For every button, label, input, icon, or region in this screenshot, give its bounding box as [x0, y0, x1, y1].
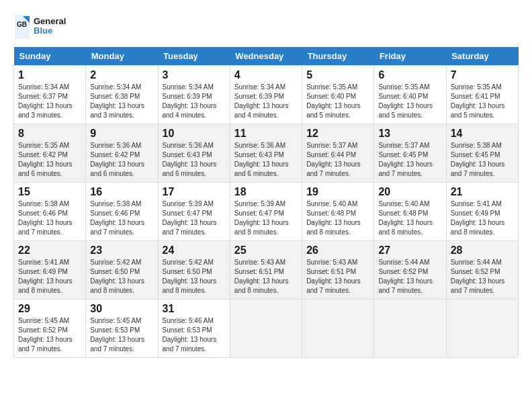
day-number: 10 — [163, 128, 226, 140]
calendar-table: SundayMondayTuesdayWednesdayThursdayFrid… — [13, 47, 519, 358]
day-info: Sunrise: 5:34 AMSunset: 6:39 PMDaylight:… — [163, 83, 226, 120]
day-cell: 18Sunrise: 5:39 AMSunset: 6:47 PMDayligh… — [230, 183, 302, 241]
day-info: Sunrise: 5:43 AMSunset: 6:51 PMDaylight:… — [306, 258, 369, 295]
day-cell: 29Sunrise: 5:45 AMSunset: 6:52 PMDayligh… — [14, 300, 86, 358]
day-number: 7 — [451, 69, 514, 81]
header-thursday: Thursday — [302, 47, 374, 66]
day-cell: 4Sunrise: 5:34 AMSunset: 6:39 PMDaylight… — [230, 66, 302, 124]
day-cell: 15Sunrise: 5:38 AMSunset: 6:46 PMDayligh… — [14, 183, 86, 241]
day-number: 9 — [90, 128, 153, 140]
day-number: 20 — [378, 186, 441, 198]
day-info: Sunrise: 5:43 AMSunset: 6:51 PMDaylight:… — [234, 258, 298, 295]
day-cell — [302, 300, 374, 358]
day-number: 5 — [306, 69, 369, 81]
day-info: Sunrise: 5:44 AMSunset: 6:52 PMDaylight:… — [451, 258, 514, 295]
day-number: 15 — [18, 186, 81, 198]
week-row-3: 15Sunrise: 5:38 AMSunset: 6:46 PMDayligh… — [14, 183, 519, 241]
svg-text:Blue: Blue — [34, 26, 52, 36]
day-cell — [446, 300, 518, 358]
day-number: 27 — [378, 244, 441, 257]
header-wednesday: Wednesday — [230, 47, 302, 66]
day-info: Sunrise: 5:40 AMSunset: 6:48 PMDaylight:… — [306, 199, 369, 237]
day-number: 17 — [163, 186, 226, 198]
page-header: General Blue GB — [13, 13, 519, 40]
day-info: Sunrise: 5:34 AMSunset: 6:37 PMDaylight:… — [18, 83, 81, 120]
day-info: Sunrise: 5:39 AMSunset: 6:47 PMDaylight:… — [234, 199, 298, 237]
day-cell — [374, 300, 446, 358]
day-info: Sunrise: 5:36 AMSunset: 6:43 PMDaylight:… — [163, 141, 226, 179]
day-info: Sunrise: 5:38 AMSunset: 6:45 PMDaylight:… — [451, 141, 514, 179]
logo: General Blue GB — [13, 13, 67, 40]
day-number: 16 — [90, 186, 153, 198]
day-cell: 23Sunrise: 5:42 AMSunset: 6:50 PMDayligh… — [86, 241, 158, 300]
day-number: 14 — [451, 128, 514, 140]
day-info: Sunrise: 5:41 AMSunset: 6:49 PMDaylight:… — [451, 199, 514, 237]
day-cell: 21Sunrise: 5:41 AMSunset: 6:49 PMDayligh… — [446, 183, 518, 241]
day-cell: 3Sunrise: 5:34 AMSunset: 6:39 PMDaylight… — [158, 66, 230, 124]
day-number: 2 — [90, 69, 153, 81]
day-cell: 7Sunrise: 5:35 AMSunset: 6:41 PMDaylight… — [446, 66, 518, 124]
day-number: 4 — [234, 69, 298, 81]
day-cell: 20Sunrise: 5:40 AMSunset: 6:48 PMDayligh… — [374, 183, 446, 241]
day-info: Sunrise: 5:42 AMSunset: 6:50 PMDaylight:… — [90, 258, 153, 295]
day-cell: 1Sunrise: 5:34 AMSunset: 6:37 PMDaylight… — [14, 66, 86, 124]
day-cell: 9Sunrise: 5:36 AMSunset: 6:42 PMDaylight… — [86, 124, 158, 183]
day-info: Sunrise: 5:36 AMSunset: 6:42 PMDaylight:… — [90, 141, 153, 179]
day-cell: 17Sunrise: 5:39 AMSunset: 6:47 PMDayligh… — [158, 183, 230, 241]
svg-text:GB: GB — [17, 21, 27, 28]
day-number: 26 — [306, 244, 369, 257]
header-tuesday: Tuesday — [158, 47, 230, 66]
week-row-5: 29Sunrise: 5:45 AMSunset: 6:52 PMDayligh… — [14, 300, 519, 358]
svg-text:General: General — [34, 16, 66, 26]
day-info: Sunrise: 5:35 AMSunset: 6:40 PMDaylight:… — [378, 83, 441, 120]
day-number: 8 — [18, 128, 81, 140]
day-cell: 13Sunrise: 5:37 AMSunset: 6:45 PMDayligh… — [374, 124, 446, 183]
day-cell: 25Sunrise: 5:43 AMSunset: 6:51 PMDayligh… — [230, 241, 302, 300]
day-number: 11 — [234, 128, 298, 140]
day-number: 18 — [234, 186, 298, 198]
logo-svg: General Blue GB — [13, 13, 67, 40]
day-number: 3 — [163, 69, 226, 81]
day-info: Sunrise: 5:34 AMSunset: 6:38 PMDaylight:… — [90, 83, 153, 120]
day-number: 19 — [306, 186, 369, 198]
day-cell: 2Sunrise: 5:34 AMSunset: 6:38 PMDaylight… — [86, 66, 158, 124]
day-number: 29 — [18, 303, 81, 315]
header-monday: Monday — [86, 47, 158, 66]
day-info: Sunrise: 5:45 AMSunset: 6:53 PMDaylight:… — [90, 316, 153, 354]
day-info: Sunrise: 5:37 AMSunset: 6:45 PMDaylight:… — [378, 141, 441, 179]
day-number: 31 — [163, 303, 226, 315]
day-number: 12 — [306, 128, 369, 140]
header-row: SundayMondayTuesdayWednesdayThursdayFrid… — [14, 47, 519, 66]
day-cell: 14Sunrise: 5:38 AMSunset: 6:45 PMDayligh… — [446, 124, 518, 183]
day-cell: 30Sunrise: 5:45 AMSunset: 6:53 PMDayligh… — [86, 300, 158, 358]
day-info: Sunrise: 5:42 AMSunset: 6:50 PMDaylight:… — [163, 258, 226, 295]
day-cell: 5Sunrise: 5:35 AMSunset: 6:40 PMDaylight… — [302, 66, 374, 124]
day-cell: 6Sunrise: 5:35 AMSunset: 6:40 PMDaylight… — [374, 66, 446, 124]
day-cell: 28Sunrise: 5:44 AMSunset: 6:52 PMDayligh… — [446, 241, 518, 300]
day-info: Sunrise: 5:39 AMSunset: 6:47 PMDaylight:… — [163, 199, 226, 237]
day-info: Sunrise: 5:41 AMSunset: 6:49 PMDaylight:… — [18, 258, 81, 295]
day-info: Sunrise: 5:35 AMSunset: 6:41 PMDaylight:… — [451, 83, 514, 120]
day-cell: 22Sunrise: 5:41 AMSunset: 6:49 PMDayligh… — [14, 241, 86, 300]
day-info: Sunrise: 5:36 AMSunset: 6:43 PMDaylight:… — [234, 141, 298, 179]
day-number: 28 — [451, 244, 514, 257]
day-info: Sunrise: 5:34 AMSunset: 6:39 PMDaylight:… — [234, 83, 298, 120]
day-info: Sunrise: 5:46 AMSunset: 6:53 PMDaylight:… — [163, 316, 226, 354]
day-number: 6 — [378, 69, 441, 81]
day-number: 24 — [163, 244, 226, 257]
day-cell: 11Sunrise: 5:36 AMSunset: 6:43 PMDayligh… — [230, 124, 302, 183]
day-cell: 24Sunrise: 5:42 AMSunset: 6:50 PMDayligh… — [158, 241, 230, 300]
day-cell: 12Sunrise: 5:37 AMSunset: 6:44 PMDayligh… — [302, 124, 374, 183]
day-number: 21 — [451, 186, 514, 198]
day-info: Sunrise: 5:38 AMSunset: 6:46 PMDaylight:… — [90, 199, 153, 237]
header-friday: Friday — [374, 47, 446, 66]
day-number: 23 — [90, 244, 153, 257]
header-sunday: Sunday — [14, 47, 86, 66]
day-cell — [230, 300, 302, 358]
day-info: Sunrise: 5:40 AMSunset: 6:48 PMDaylight:… — [378, 199, 441, 237]
day-number: 25 — [234, 244, 298, 257]
day-info: Sunrise: 5:37 AMSunset: 6:44 PMDaylight:… — [306, 141, 369, 179]
day-cell: 26Sunrise: 5:43 AMSunset: 6:51 PMDayligh… — [302, 241, 374, 300]
day-cell: 31Sunrise: 5:46 AMSunset: 6:53 PMDayligh… — [158, 300, 230, 358]
week-row-2: 8Sunrise: 5:35 AMSunset: 6:42 PMDaylight… — [14, 124, 519, 183]
